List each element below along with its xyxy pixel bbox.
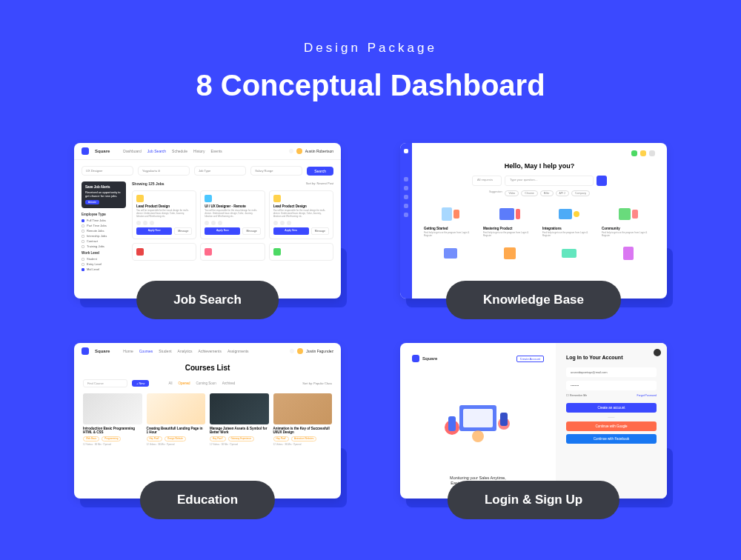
kb-item-desc: Find help to get use the program from Lo… — [542, 231, 596, 237]
nav-item[interactable]: Student — [159, 349, 171, 353]
search-location-input[interactable]: Yogyakarta ⊘ — [138, 166, 190, 176]
nav-item[interactable]: Analytics — [178, 349, 193, 353]
course-thumbnail — [273, 393, 333, 424]
kb-item[interactable] — [542, 243, 596, 266]
tab-all[interactable]: All — [168, 381, 172, 385]
company-logo-card[interactable] — [269, 243, 333, 261]
google-button[interactable]: Continue with Google — [566, 421, 657, 431]
checkbox-icon[interactable] — [82, 224, 84, 227]
kb-title: Hello, May I help you? — [424, 162, 655, 170]
nav-item[interactable]: Courses — [139, 349, 153, 353]
kb-item[interactable] — [424, 243, 477, 266]
tag[interactable]: Video — [505, 190, 519, 196]
company-logo-card[interactable] — [200, 243, 265, 261]
search-dropdown[interactable]: All requests — [472, 176, 502, 186]
company-logo-card[interactable] — [132, 243, 196, 261]
bell-icon[interactable] — [289, 149, 293, 153]
nav-item[interactable]: Dashboard — [123, 149, 141, 153]
tag[interactable]: Company — [571, 190, 590, 196]
message-button[interactable]: Message — [311, 227, 329, 235]
kb-item[interactable]: Getting Started Find help to get use the… — [424, 204, 477, 237]
notification-icon[interactable] — [631, 150, 637, 156]
sidebar-icon[interactable] — [404, 195, 408, 199]
remember-checkbox[interactable]: ☐ Remember Me — [566, 394, 587, 397]
course-card[interactable]: Manage Juteen Assets & Symbol for Better… — [210, 393, 269, 446]
tag[interactable]: Biller — [540, 190, 554, 196]
alert-activate-button[interactable]: Activate — [85, 200, 99, 204]
nav-item[interactable]: Job Search — [147, 149, 166, 153]
nav-item[interactable]: Schedule — [172, 149, 187, 153]
job-card[interactable]: UI / UX Designer - Remote You will be re… — [200, 190, 265, 239]
bell-icon[interactable] — [290, 349, 294, 353]
tag[interactable]: API 2 — [556, 190, 570, 196]
sidebar-icon[interactable] — [404, 204, 408, 208]
search-input[interactable]: Type your question… — [505, 176, 594, 186]
kb-item[interactable]: Integrations Find help to get use the pr… — [542, 204, 596, 237]
sort-dropdown[interactable]: Sort by: Popular Class — [302, 381, 332, 385]
course-card[interactable]: Creating Beautifull Landing Page in 1 Ho… — [147, 393, 206, 446]
search-jobtype-input[interactable]: Job Type — [194, 166, 246, 176]
kb-item[interactable]: Community Find help to get use the progr… — [602, 204, 655, 237]
kb-item-title: Getting Started — [424, 227, 477, 230]
job-card[interactable]: Lead Product Design You will be responsi… — [269, 190, 333, 239]
search-button[interactable] — [597, 176, 607, 186]
forgot-link[interactable]: Forgot Password — [637, 394, 657, 397]
course-title: Creating Beautifull Landing Page in 1 Ho… — [147, 427, 206, 435]
new-button[interactable]: + New — [132, 380, 149, 387]
message-button[interactable]: Message — [242, 227, 260, 235]
job-card[interactable]: Lead Product Design You will be responsi… — [132, 190, 196, 239]
password-field[interactable]: •••••••• — [566, 381, 657, 390]
checkbox-icon[interactable] — [82, 235, 84, 238]
avatar[interactable] — [297, 348, 303, 354]
job-title: Lead Product Design — [136, 204, 192, 208]
avatar[interactable] — [296, 148, 302, 154]
sidebar-icon[interactable] — [404, 186, 408, 190]
checkbox-icon[interactable] — [82, 263, 84, 266]
kb-item[interactable]: Mastering Product Find help to get use t… — [483, 204, 536, 237]
checkbox-icon[interactable] — [82, 245, 84, 248]
course-card[interactable]: Animation is the Key of Successfull UI/U… — [273, 393, 333, 446]
filter-label: Part Time Jobs — [87, 224, 107, 227]
apply-button[interactable]: Apply Now — [136, 227, 172, 235]
search-button[interactable]: Search — [307, 167, 333, 176]
checkbox-icon[interactable] — [82, 219, 84, 222]
create-account-button[interactable]: Create an account — [566, 403, 657, 413]
logo-icon — [404, 149, 408, 153]
nav-item[interactable]: Assignments — [227, 349, 249, 353]
sidebar-icon[interactable] — [404, 177, 408, 181]
create-account-link[interactable]: Create Account — [516, 356, 544, 362]
kb-item[interactable] — [602, 243, 655, 266]
close-icon[interactable] — [654, 349, 661, 356]
sort-dropdown[interactable]: Sort by: Newest Post — [306, 181, 333, 186]
sidebar-icon[interactable] — [404, 213, 408, 217]
nav-item[interactable]: Events — [211, 149, 222, 153]
nav-item[interactable]: Achievements — [199, 349, 222, 353]
checkbox-icon[interactable] — [82, 258, 84, 261]
nav-item[interactable]: Home — [123, 349, 133, 353]
tab-archived[interactable]: Archived — [222, 381, 236, 385]
checkbox-icon[interactable] — [82, 230, 84, 233]
logo-icon — [82, 347, 89, 355]
avatar[interactable] — [649, 150, 655, 156]
checkbox-icon[interactable] — [82, 268, 84, 271]
apply-button[interactable]: Apply Now — [273, 227, 309, 235]
kb-item-desc: Find help to get use the program from Lo… — [483, 231, 536, 237]
email-field[interactable]: aranvidopoetoyo@mail.com — [566, 367, 657, 377]
search-input[interactable]: Find Course — [83, 379, 127, 387]
search-salary-input[interactable]: Salary Range — [250, 166, 302, 176]
message-button[interactable]: Message — [174, 227, 192, 235]
tag[interactable]: Chrome — [521, 190, 537, 196]
nav-item[interactable]: History — [193, 149, 205, 153]
apply-button[interactable]: Apply Now — [205, 227, 240, 235]
search-role-input[interactable]: UX Designer — [82, 166, 133, 176]
course-stats: 12 Videos · 36 Min · Opened — [273, 443, 333, 446]
status-icon[interactable] — [640, 150, 646, 156]
facebook-button[interactable]: Continue with Facebook — [566, 434, 657, 444]
brand-name: Square — [95, 149, 110, 153]
job-desc: You will be responsible for the visual d… — [205, 210, 260, 219]
checkbox-icon[interactable] — [82, 240, 84, 243]
tab-opened[interactable]: Opened — [178, 381, 190, 385]
tab-coming[interactable]: Coming Soon — [196, 381, 216, 385]
kb-item[interactable] — [483, 243, 536, 266]
course-card[interactable]: Introduction Basic Programming HTML & CS… — [83, 393, 142, 446]
